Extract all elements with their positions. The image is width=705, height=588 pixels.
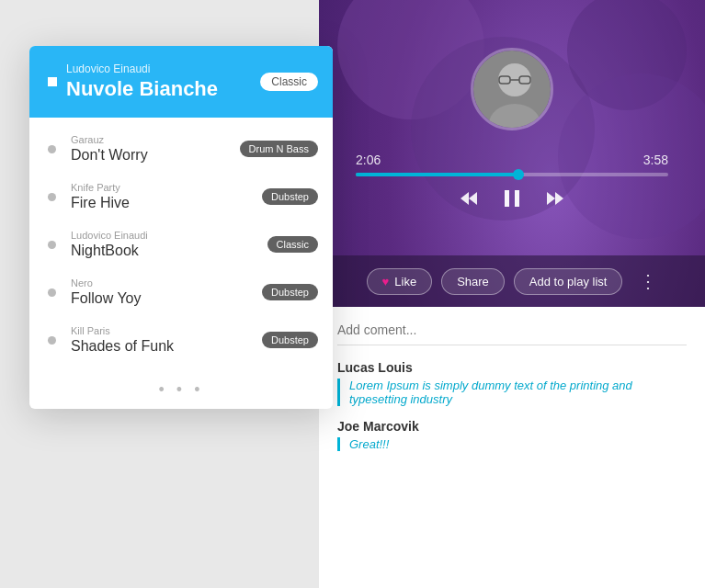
share-button[interactable]: Share	[441, 268, 505, 295]
item-dot-4	[48, 336, 56, 345]
forward-button[interactable]	[545, 188, 565, 209]
item-artist-4: Kill Paris	[71, 325, 262, 336]
item-info-2: Ludovico Einaudi NightBook	[71, 230, 267, 259]
comment-author-2: Joe Marcovik	[337, 419, 687, 434]
item-dot-1	[48, 193, 56, 201]
pause-button[interactable]	[501, 187, 523, 209]
comment-item-1: Lucas Louis Lorem Ipsum is simply dummy …	[337, 360, 687, 406]
item-title-0: Don't Worry	[71, 147, 240, 164]
item-dot-3	[48, 288, 56, 297]
item-artist-3: Nero	[71, 277, 262, 288]
now-playing-info: Ludovico Einaudi Nuvole Bianche	[66, 62, 218, 101]
item-genre-2: Classic	[267, 236, 318, 253]
playlist-item-2[interactable]: Ludovico Einaudi NightBook Classic	[29, 220, 333, 268]
add-playlist-button[interactable]: Add to play list	[514, 268, 623, 295]
playlist-more-dots: • • •	[29, 371, 333, 409]
playlist-item-3[interactable]: Nero Follow Yoy Dubstep	[29, 268, 333, 316]
now-playing-artist: Ludovico Einaudi	[66, 62, 218, 75]
app-container: 2:06 3:58	[0, 0, 705, 588]
item-title-3: Follow Yoy	[71, 290, 262, 307]
svg-marker-6	[461, 192, 469, 205]
now-playing-dot	[48, 77, 57, 86]
item-info-3: Nero Follow Yoy	[71, 277, 262, 307]
right-panel: 2:06 3:58	[319, 0, 705, 588]
more-icon: ⋮	[639, 271, 657, 291]
progress-area: 2:06 3:58	[356, 153, 668, 176]
playlist-item-0[interactable]: Garauz Don't Worry Drum N Bass	[29, 125, 333, 173]
item-genre-4: Dubstep	[262, 332, 318, 348]
svg-marker-11	[555, 192, 563, 205]
progress-fill	[356, 173, 518, 176]
item-info-4: Kill Paris Shades of Funk	[71, 325, 262, 355]
comment-item-2: Joe Marcovik Great!!!	[337, 419, 687, 451]
item-dot-0	[48, 145, 56, 153]
comment-text-1: Lorem Ipsum is simply dummy text of the …	[337, 379, 687, 406]
svg-rect-8	[505, 190, 509, 207]
artist-avatar	[471, 48, 553, 130]
heart-icon: ♥	[382, 275, 390, 288]
item-genre-3: Dubstep	[262, 284, 318, 300]
svg-marker-7	[469, 192, 477, 205]
item-artist-2: Ludovico Einaudi	[71, 230, 267, 241]
forward-icon	[545, 188, 565, 209]
item-title-1: Fire Hive	[71, 195, 262, 211]
svg-rect-9	[515, 190, 519, 207]
svg-marker-10	[547, 192, 555, 205]
time-total: 3:58	[643, 153, 668, 167]
pause-icon	[501, 187, 523, 209]
comment-author-1: Lucas Louis	[337, 360, 687, 375]
time-current: 2:06	[356, 153, 381, 167]
item-info-0: Garauz Don't Worry	[71, 134, 240, 164]
progress-bar[interactable]	[356, 173, 668, 176]
item-genre-0: Drum N Bass	[240, 141, 318, 157]
rewind-button[interactable]	[459, 188, 479, 209]
time-row: 2:06 3:58	[356, 153, 668, 167]
playlist-panel: Ludovico Einaudi Nuvole Bianche Classic …	[29, 46, 333, 409]
item-dot-2	[48, 241, 56, 249]
share-label: Share	[457, 275, 489, 288]
playlist-item-1[interactable]: Knife Party Fire Hive Dubstep	[29, 173, 333, 220]
add-playlist-label: Add to play list	[529, 275, 608, 288]
comment-input[interactable]	[337, 322, 687, 345]
comments-section: Lucas Louis Lorem Ipsum is simply dummy …	[319, 307, 705, 588]
item-artist-1: Knife Party	[71, 182, 262, 193]
progress-thumb	[513, 169, 524, 180]
item-artist-0: Garauz	[71, 134, 240, 145]
avatar-image	[473, 51, 553, 130]
player-section: 2:06 3:58	[319, 0, 705, 257]
now-playing-title: Nuvole Bianche	[66, 77, 218, 101]
item-genre-1: Dubstep	[262, 188, 318, 205]
now-playing-genre: Classic	[260, 73, 318, 91]
like-button[interactable]: ♥ Like	[367, 268, 433, 295]
more-options-button[interactable]: ⋮	[639, 270, 657, 292]
rewind-icon	[459, 188, 479, 209]
action-bar: ♥ Like Share Add to play list ⋮	[319, 255, 705, 307]
playback-controls	[459, 187, 565, 209]
playlist-header: Ludovico Einaudi Nuvole Bianche Classic	[29, 46, 333, 118]
playlist-items: Garauz Don't Worry Drum N Bass Knife Par…	[29, 118, 333, 371]
like-label: Like	[394, 275, 416, 288]
comment-text-2: Great!!!	[337, 437, 687, 451]
item-title-4: Shades of Funk	[71, 338, 262, 355]
playlist-item-4[interactable]: Kill Paris Shades of Funk Dubstep	[29, 316, 333, 364]
item-title-2: NightBook	[71, 243, 267, 259]
item-info-1: Knife Party Fire Hive	[71, 182, 262, 211]
